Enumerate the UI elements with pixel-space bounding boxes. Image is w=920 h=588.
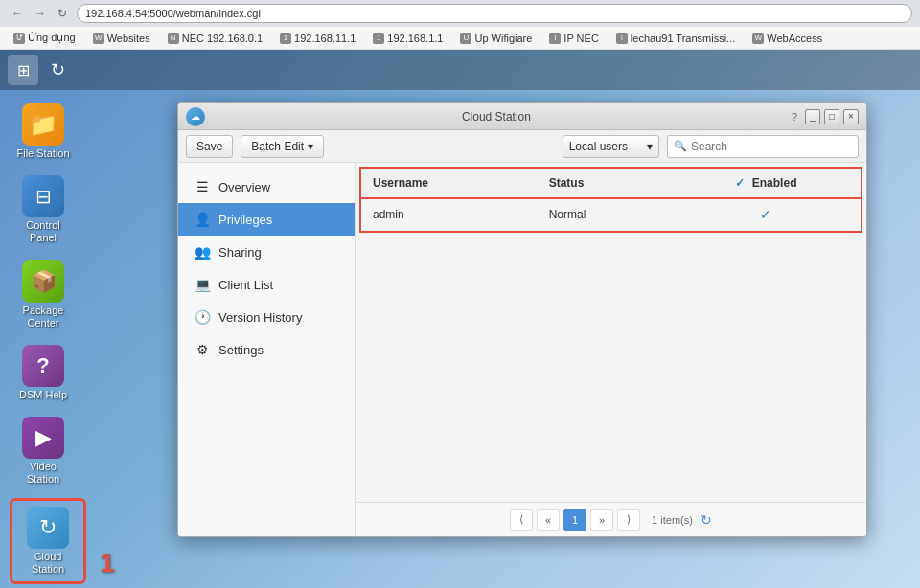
bookmark-label: Websites (107, 33, 150, 44)
bookmark-favicon: I (549, 33, 561, 44)
search-icon: 🔍 (674, 140, 687, 152)
reload-button[interactable]: ↻ (54, 5, 71, 22)
bookmark-label: WebAccess (767, 33, 822, 44)
batch-edit-button[interactable]: Batch Edit ▾ (241, 135, 324, 158)
sidebar-item-overview[interactable]: ☰ Overview (178, 170, 355, 203)
last-page-button[interactable]: ⟩ (617, 509, 640, 531)
bookmark-item-tx[interactable]: llechau91 Transmissi... (610, 32, 741, 45)
overview-icon: ☰ (194, 178, 211, 195)
bookmark-item-web[interactable]: WWebsites (87, 32, 156, 45)
first-page-button[interactable]: ⟨ (510, 509, 533, 531)
bookmark-favicon: U (460, 33, 472, 44)
version-history-icon: 🕐 (194, 308, 211, 326)
control-panel-icon: ⊟ (22, 175, 64, 217)
bookmark-item-ip[interactable]: IIP NEC (543, 32, 604, 45)
bookmark-item-wa[interactable]: WWebAccess (747, 32, 828, 45)
modal-toolbar: Save Batch Edit ▾ Local users ▾ 🔍 (178, 130, 866, 163)
cloud-station-icon: ↻ (27, 507, 69, 549)
package-center-label: Package Center (13, 305, 73, 329)
pagination: ⟨ « 1 » ⟩ 1 item(s) ↻ (356, 502, 866, 536)
search-box[interactable]: 🔍 (667, 135, 859, 158)
bookmark-favicon: 1 (373, 33, 384, 44)
status-cell: Normal (538, 198, 672, 231)
next-page-button[interactable]: » (590, 509, 613, 531)
package-center-icon: 📦 (22, 260, 64, 303)
bookmark-item-grid[interactable]: ỨỨng dụng (8, 31, 81, 45)
modal-main-content: Username Status ✓ Enabled admin (356, 163, 866, 536)
bookmark-item-net[interactable]: 1192.168.11.1 (274, 32, 361, 45)
col-enabled: ✓ Enabled (672, 169, 861, 198)
bookmark-favicon: Ứ (13, 33, 25, 44)
minimize-button[interactable]: _ (805, 109, 820, 124)
step1-badge: 1 (100, 548, 115, 578)
bookmark-favicon: W (752, 33, 764, 44)
file-station-icon: 📁 (22, 103, 64, 146)
username-cell: admin (361, 198, 538, 231)
table-row[interactable]: admin Normal ✓ (361, 198, 861, 231)
sidebar-item-client-list[interactable]: 💻 Client List (178, 268, 355, 301)
col-status: Status (538, 169, 672, 198)
enabled-checkmark-icon: ✓ (760, 207, 771, 222)
table-body: admin Normal ✓ (361, 198, 861, 231)
client-list-icon: 💻 (194, 276, 211, 293)
cloud-sync-taskbar-icon: ↻ (51, 59, 65, 80)
sidebar-item-privileges[interactable]: 👤 Privileges (178, 203, 355, 236)
bookmark-item-net[interactable]: 1192.168.1.1 (367, 32, 448, 45)
enabled-check-header: ✓ (735, 176, 745, 190)
settings-label: Settings (218, 343, 264, 357)
cloud-station-modal: ☁ Cloud Station ? _ □ × Save Batch Edit … (177, 102, 867, 537)
maximize-button[interactable]: □ (824, 109, 840, 124)
desktop-icon-file-station[interactable]: 📁 File Station (10, 100, 77, 164)
dsm-help-icon: ? (22, 345, 64, 387)
sidebar-item-settings[interactable]: ⚙ Settings (178, 333, 355, 366)
refresh-button[interactable]: ↻ (701, 512, 712, 528)
modal-controls: ? _ □ × (788, 109, 859, 124)
bookmark-label: NEC 192.168.0.1 (182, 33, 263, 44)
bookmark-favicon: l (616, 33, 628, 44)
sidebar-item-sharing[interactable]: 👥 Sharing (178, 236, 355, 268)
bookmark-label: 192.168.11.1 (294, 33, 356, 44)
bookmark-label: Ứng dụng (28, 32, 76, 44)
modal-body: ☰ Overview 👤 Privileges 👥 Sharing 💻 Clie… (178, 163, 866, 536)
desktop-icons: 📁 File Station ⊟ Control Panel 📦 Package… (10, 100, 86, 584)
content-spacer (356, 237, 866, 502)
bookmark-label: 192.168.1.1 (387, 33, 443, 44)
save-button[interactable]: Save (186, 135, 233, 158)
file-station-label: File Station (16, 147, 69, 160)
close-button[interactable]: × (843, 109, 859, 124)
desktop-icon-control-panel[interactable]: ⊟ Control Panel (10, 171, 77, 248)
current-page-button[interactable]: 1 (564, 509, 586, 531)
prev-page-button[interactable]: « (537, 509, 560, 531)
back-button[interactable]: ← (8, 5, 27, 22)
table-container: Username Status ✓ Enabled admin (359, 167, 862, 233)
privileges-icon: 👤 (194, 211, 211, 228)
batch-edit-label: Batch Edit (251, 140, 304, 153)
taskbar-apps-icon[interactable]: ⊞ (8, 55, 38, 85)
version-history-label: Version History (218, 310, 302, 325)
dropdown-arrow-icon: ▾ (647, 140, 653, 153)
taskbar-cloud-sync-icon[interactable]: ↻ (42, 55, 73, 85)
control-panel-label: Control Panel (13, 219, 73, 244)
cloud-station-wrapper: ↻ Cloud Station (10, 498, 86, 584)
desktop-icon-video-station[interactable]: ▶ Video Station (10, 413, 77, 489)
browser-nav[interactable]: ← → ↻ (8, 5, 71, 22)
enabled-label: Enabled (752, 176, 797, 190)
page-info: 1 item(s) (652, 514, 693, 526)
apps-grid-icon: ⊞ (17, 61, 30, 79)
help-icon[interactable]: ? (788, 111, 801, 123)
bookmark-favicon: W (93, 33, 104, 44)
desktop-icon-cloud-station[interactable]: ↻ Cloud Station (14, 503, 81, 579)
bookmark-item-nec[interactable]: NNEC 192.168.0.1 (162, 32, 268, 45)
bookmarks-bar: ỨỨng dụngWWebsitesNNEC 192.168.0.11192.1… (0, 27, 920, 50)
table-header: Username Status ✓ Enabled (361, 169, 861, 198)
desktop-icon-package-center[interactable]: 📦 Package Center (10, 257, 77, 333)
address-bar[interactable]: 192.168.4.54:5000/webman/index.cgi (77, 4, 912, 23)
desktop-icon-dsm-help[interactable]: ? DSM Help (10, 341, 77, 405)
sharing-label: Sharing (218, 245, 262, 260)
sidebar-item-version-history[interactable]: 🕐 Version History (178, 301, 355, 333)
search-input[interactable] (691, 140, 852, 153)
bookmark-item-wifi[interactable]: UUp Wifigiare (454, 32, 538, 45)
local-users-dropdown[interactable]: Local users ▾ (563, 135, 659, 158)
forward-button[interactable]: → (31, 5, 50, 22)
batch-edit-arrow-icon: ▾ (308, 140, 313, 153)
